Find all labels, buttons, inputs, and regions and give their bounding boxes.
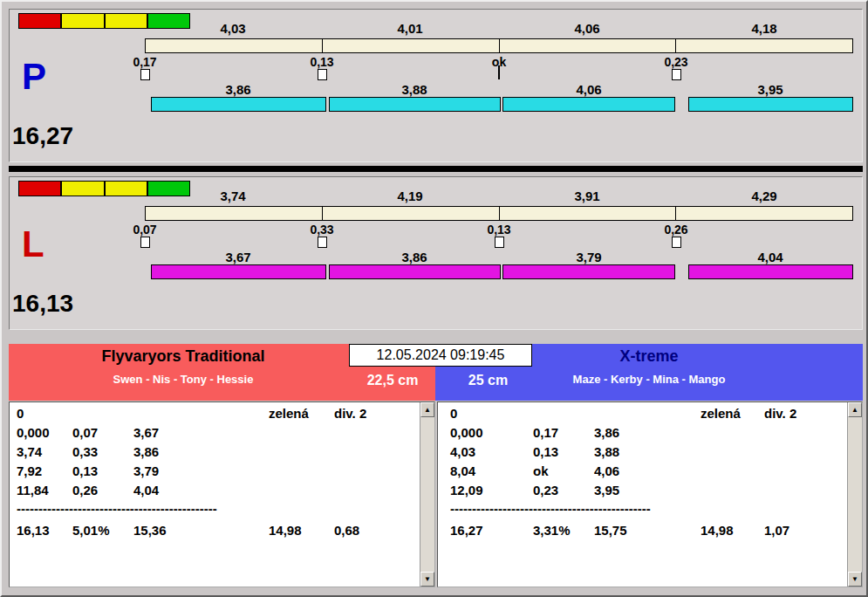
cell-empty xyxy=(269,423,334,443)
results-table-left: 0 zelená div. 2 0,000 0,07 3,67 3,74 0,3… xyxy=(9,401,435,587)
cell-run: 3,86 xyxy=(594,423,701,443)
lane-p-total-time: 16,27 xyxy=(12,124,73,148)
run-time-label: 3,79 xyxy=(554,250,624,264)
segment-cell xyxy=(146,207,323,220)
teams-header: Flyvaryors Traditional Swen - Nis - Tony… xyxy=(9,344,863,401)
changeover-time-label: 0,17 xyxy=(119,56,171,68)
table-row: 8,04 ok 4,06 xyxy=(438,462,847,481)
table-header-row: 0 zelená div. 2 xyxy=(438,404,847,423)
cell-best-time: 14,98 xyxy=(269,521,334,540)
cell-run: 3,86 xyxy=(133,443,269,462)
changeover-time-label: 0,33 xyxy=(296,223,348,236)
datetime-display: 12.05.2024 09:19:45 xyxy=(349,344,532,367)
gauge-green-segment xyxy=(147,13,190,29)
cell-best-time: 14,98 xyxy=(701,521,764,540)
run-bar xyxy=(329,97,501,112)
run-bar xyxy=(151,264,326,279)
segment-cell xyxy=(323,39,500,52)
changeover-marker xyxy=(672,69,681,80)
segment-cell xyxy=(500,39,677,52)
cell-empty xyxy=(269,462,334,481)
cell-empty xyxy=(72,404,133,423)
cell-start: 0 xyxy=(450,404,533,423)
cell-net-time: 15,36 xyxy=(133,521,269,540)
results-table-right: 0 zelená div. 2 0,000 0,17 3,86 4,03 0,1… xyxy=(437,401,863,587)
run-bar xyxy=(688,264,853,279)
cell-division: div. 2 xyxy=(764,404,847,423)
cell-empty xyxy=(701,423,764,443)
right-jump-height: 25 cm xyxy=(447,373,530,388)
lane-l-letter: L xyxy=(22,226,44,263)
cell-changeover: 0,23 xyxy=(533,481,594,500)
changeover-marker xyxy=(318,237,327,248)
cell-changeover: ok xyxy=(533,462,594,481)
scrollbar[interactable]: ▲ ▼ xyxy=(420,402,434,587)
lane-p-letter: P xyxy=(22,58,46,95)
cell-start: 0 xyxy=(17,404,72,423)
cell-empty xyxy=(334,443,420,462)
cell-changeover: 0,07 xyxy=(72,423,133,443)
run-time-label: 4,04 xyxy=(735,250,805,264)
table-divider-line: ----------------------------------------… xyxy=(10,500,420,518)
gauge-yellow-segment xyxy=(61,13,104,29)
cell-cumulative: 7,92 xyxy=(17,462,72,481)
cell-empty xyxy=(594,404,701,423)
lane-l-panel: L 3,74 4,19 3,91 4,29 0,07 0,33 0,13 0,2… xyxy=(9,176,863,330)
scroll-up-button[interactable]: ▲ xyxy=(848,402,862,417)
segment-time-label: 3,91 xyxy=(552,189,622,202)
cell-changeover: 0,13 xyxy=(72,462,133,481)
scroll-down-button[interactable]: ▼ xyxy=(848,572,862,587)
cell-empty xyxy=(133,404,269,423)
cell-changeover: 0,13 xyxy=(533,443,594,462)
scroll-down-button[interactable]: ▼ xyxy=(420,572,434,587)
cell-diff-time: 0,68 xyxy=(334,521,420,540)
table-body: 0 zelená div. 2 0,000 0,17 3,86 4,03 0,1… xyxy=(438,404,847,587)
cell-cumulative: 11,84 xyxy=(17,481,72,500)
cell-total-time: 16,27 xyxy=(450,521,533,540)
flyball-timing-window: P 4,03 4,01 4,06 4,18 0,17 0,13 ok 0,23 … xyxy=(0,0,868,597)
gauge-green-segment xyxy=(147,181,190,196)
cell-division: div. 2 xyxy=(334,404,420,423)
cell-loss-percent: 3,31% xyxy=(533,521,594,540)
changeover-time-label: 0,23 xyxy=(650,56,702,68)
changeover-marker xyxy=(495,237,504,248)
segment-time-label: 4,01 xyxy=(375,22,445,35)
cell-loss-percent: 5,01% xyxy=(72,521,133,540)
arrow-down-icon: ▼ xyxy=(424,575,431,583)
changeover-time-label: 0,07 xyxy=(119,223,171,236)
cell-empty xyxy=(334,462,420,481)
table-body: 0 zelená div. 2 0,000 0,07 3,67 3,74 0,3… xyxy=(10,404,420,587)
cell-cumulative: 8,04 xyxy=(450,462,533,481)
scroll-up-button[interactable]: ▲ xyxy=(420,402,434,417)
table-row: 0,000 0,17 3,86 xyxy=(438,423,847,443)
segment-timeline-bar xyxy=(145,206,853,221)
changeover-time-label: 0,13 xyxy=(296,56,348,68)
lane-l-total-time: 16,13 xyxy=(12,292,73,316)
cell-changeover: 0,33 xyxy=(72,443,133,462)
cell-light: zelená xyxy=(269,404,334,423)
ok-tick-marker xyxy=(498,65,500,79)
cell-empty xyxy=(269,481,334,500)
changeover-time-label: 0,13 xyxy=(473,223,525,236)
changeover-marker xyxy=(140,69,150,80)
left-team-name: Flyvaryors Traditional xyxy=(9,347,358,367)
cell-empty xyxy=(334,481,420,500)
changeover-marker xyxy=(672,237,681,248)
run-time-label: 4,06 xyxy=(554,83,624,96)
lane-p-panel: P 4,03 4,01 4,06 4,18 0,17 0,13 ok 0,23 … xyxy=(9,9,863,162)
scrollbar-track[interactable] xyxy=(420,417,434,572)
cell-empty xyxy=(269,443,334,462)
table-row: 3,74 0,33 3,86 xyxy=(10,443,420,462)
cell-cumulative: 3,74 xyxy=(17,443,72,462)
segment-time-label: 4,03 xyxy=(198,22,268,35)
scrollbar[interactable]: ▲ ▼ xyxy=(847,402,862,587)
cell-cumulative: 0,000 xyxy=(450,423,533,443)
run-bar xyxy=(502,264,675,279)
cell-cumulative: 12,09 xyxy=(450,481,533,500)
segment-cell xyxy=(146,39,323,52)
scrollbar-track[interactable] xyxy=(848,417,862,572)
arrow-down-icon: ▼ xyxy=(851,575,858,583)
gauge-yellow-segment xyxy=(61,181,104,196)
cell-empty xyxy=(334,423,420,443)
cell-empty xyxy=(764,462,847,481)
